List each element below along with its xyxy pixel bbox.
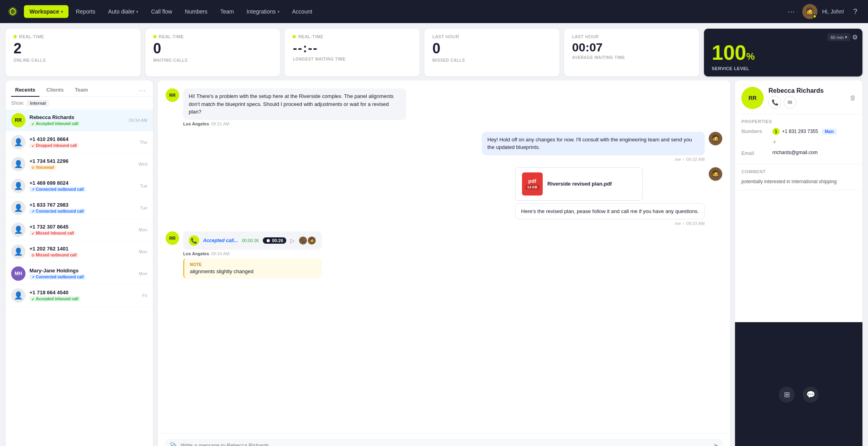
waiting-calls-label-top: Real-time bbox=[153, 34, 272, 39]
avatar: RR bbox=[166, 88, 179, 102]
more-options-button[interactable]: ⋯ bbox=[785, 5, 798, 18]
missed-calls-label-top: Last hour bbox=[432, 34, 551, 39]
service-level-pct: % bbox=[746, 51, 755, 62]
tab-clients[interactable]: Clients bbox=[43, 84, 68, 97]
contact-avatar: RR bbox=[741, 87, 764, 109]
list-item[interactable]: 👤 +1 833 767 2983 ↗ Connected outbound c… bbox=[6, 197, 153, 219]
center-panel: RR Hi! There's a problem with the setup … bbox=[158, 80, 730, 446]
call-type-badge: ↙ Dropped inbound call bbox=[29, 143, 79, 148]
contact-name: +1 734 541 2296 bbox=[29, 158, 135, 164]
message-row: 🧔 Hey! Hold off on any changes for now. … bbox=[166, 132, 722, 162]
add-number-button[interactable]: + bbox=[772, 138, 777, 147]
auto-dialer-chevron-icon: ▾ bbox=[136, 10, 138, 14]
participant-avatar: 📞 bbox=[299, 236, 307, 245]
avatar: RR bbox=[166, 231, 179, 245]
avatar: MH bbox=[11, 266, 25, 281]
contact-header: RR Rebecca Richards 📞 ✉ 🗑 bbox=[735, 80, 862, 114]
realtime-dot-2 bbox=[153, 35, 156, 38]
message-meta: me › 09:33 AM bbox=[515, 221, 705, 226]
numbers-count-badge: 1 bbox=[772, 128, 780, 135]
chat-input[interactable] bbox=[181, 442, 710, 446]
comment-section: COMMENT potentially interested in intern… bbox=[735, 164, 862, 190]
properties-title: PROPERTIES bbox=[741, 119, 856, 124]
note-text: alignments slightly changed bbox=[190, 268, 316, 274]
auto-dialer-nav-item[interactable]: Auto dialer ▾ bbox=[102, 5, 144, 18]
longest-waiting-value: --:-- bbox=[293, 41, 412, 55]
main-area: Recents Clients Team ⋯ Show: Internal RR… bbox=[0, 80, 868, 446]
call-participants: 📞 🧔 bbox=[299, 236, 316, 245]
call-type-badge: ↙ Accepted inbound call bbox=[29, 296, 80, 301]
avatar: 👤 bbox=[11, 288, 25, 303]
avg-waiting-label-top: Last hour bbox=[572, 34, 691, 39]
stats-bar: Real-time 2 ONLINE CALLS Real-time 0 WAI… bbox=[0, 23, 868, 80]
gear-icon[interactable]: ⚙ bbox=[852, 33, 858, 41]
message-row: 🧔 pdf 13 KB Riverside revised plan.pdf H… bbox=[166, 167, 722, 226]
tab-team[interactable]: Team bbox=[71, 84, 92, 97]
contact-name: +1 469 699 8024 bbox=[29, 180, 136, 186]
list-item[interactable]: RR Rebecca Richards ↙ Accepted inbound c… bbox=[6, 110, 153, 131]
team-nav-item[interactable]: Team bbox=[215, 5, 239, 18]
call-direction-icon: ↙ bbox=[31, 231, 35, 235]
email-property-row: Email rrichards@gmail.com bbox=[741, 150, 856, 156]
record-icon: ⏺ bbox=[266, 238, 270, 243]
workspace-chevron-icon: ▾ bbox=[61, 10, 63, 14]
call-flow-nav-item[interactable]: Call flow bbox=[145, 5, 178, 18]
integrations-nav-item[interactable]: Integrations ▾ bbox=[241, 5, 285, 18]
contact-time: Fri bbox=[142, 293, 147, 298]
chat-messages: RR Hi! There's a problem with the setup … bbox=[158, 80, 730, 433]
numbers-nav-item[interactable]: Numbers bbox=[179, 5, 213, 18]
waiting-calls-value: 0 bbox=[153, 41, 272, 57]
grid-view-button[interactable]: ⊞ bbox=[779, 387, 795, 403]
chat-input-row: 📎 ➤ bbox=[164, 438, 724, 446]
contact-actions: 📞 ✉ bbox=[768, 96, 824, 109]
email-contact-button[interactable]: ✉ bbox=[784, 96, 796, 109]
pdf-attachment[interactable]: pdf 13 KB Riverside revised plan.pdf bbox=[515, 167, 643, 201]
participant-avatar: 🧔 bbox=[307, 236, 316, 245]
longest-waiting-sublabel: LONGEST WAITING TIME bbox=[293, 57, 412, 61]
call-icon: 📞 bbox=[189, 235, 199, 246]
contact-name: +1 410 291 8664 bbox=[29, 136, 136, 142]
call-elapsed-time: 00:00:36 bbox=[242, 238, 259, 243]
contact-time: Thu bbox=[140, 140, 147, 145]
list-item[interactable]: 👤 +1 734 541 2296 ⊙ Voicemail Wed bbox=[6, 153, 153, 175]
workspace-nav-item[interactable]: Workspace ▾ bbox=[24, 5, 68, 18]
call-type-badge: ↗ Connected outbound call bbox=[29, 187, 86, 192]
account-nav-item[interactable]: Account bbox=[287, 5, 318, 18]
attach-button[interactable]: 📎 bbox=[170, 442, 178, 446]
left-more-options-icon[interactable]: ⋯ bbox=[137, 84, 147, 96]
online-status-dot bbox=[813, 14, 817, 18]
list-item[interactable]: 👤 +1 410 291 8664 ↙ Dropped inbound call… bbox=[6, 131, 153, 153]
call-direction-icon: ↙ bbox=[31, 122, 35, 126]
list-item[interactable]: MH Mary-Jane Holdings ↗ Connected outbou… bbox=[6, 263, 153, 285]
avatar: 👤 bbox=[11, 223, 25, 237]
user-avatar-wrap[interactable]: 🧔 bbox=[802, 4, 817, 19]
contact-name: +1 732 307 8645 bbox=[29, 224, 135, 230]
phone-number-value: +1 831 293 7355 bbox=[782, 129, 818, 134]
avatar: 🧔 bbox=[709, 167, 722, 181]
message-meta: Los Angeles 09:31 AM bbox=[183, 121, 406, 126]
internal-filter-tag[interactable]: Internal bbox=[27, 100, 49, 106]
help-button[interactable]: ? bbox=[849, 5, 862, 18]
reports-nav-item[interactable]: Reports bbox=[70, 5, 101, 18]
tab-recents[interactable]: Recents bbox=[11, 84, 39, 97]
send-button[interactable]: ➤ bbox=[713, 442, 718, 446]
call-direction-icon: ↗ bbox=[31, 209, 35, 213]
list-item[interactable]: 👤 +1 732 307 8645 ↙ Missed inbound call … bbox=[6, 219, 153, 241]
delete-contact-button[interactable]: 🗑 bbox=[850, 94, 856, 102]
online-calls-sublabel: ONLINE CALLS bbox=[14, 58, 133, 63]
chat-view-button[interactable]: 💬 bbox=[803, 387, 819, 403]
list-item[interactable]: 👤 +1 202 762 1401 ⊙ Missed outbound call… bbox=[6, 241, 153, 263]
list-item[interactable]: 👤 +1 718 664 4540 ↙ Accepted inbound cal… bbox=[6, 285, 153, 307]
note-label: NOTE bbox=[190, 262, 316, 267]
call-type-badge: ↗ Connected outbound call bbox=[29, 274, 86, 280]
message-meta: Los Angeles 09:34 AM bbox=[183, 251, 322, 256]
top-navigation: Workspace ▾ Reports Auto dialer ▾ Call f… bbox=[0, 0, 868, 23]
avatar: 👤 bbox=[11, 245, 25, 259]
contact-time: Tue bbox=[140, 205, 147, 210]
play-button[interactable]: ▷ bbox=[290, 237, 295, 244]
call-contact-button[interactable]: 📞 bbox=[768, 96, 781, 109]
list-item[interactable]: 👤 +1 469 699 8024 ↗ Connected outbound c… bbox=[6, 175, 153, 197]
message-row: RR 📞 Accepted call... 00:00:36 ⏺ 00:26 ▷… bbox=[166, 231, 722, 278]
realtime-dot-3 bbox=[293, 35, 296, 38]
service-level-dropdown[interactable]: 60 min ▾ bbox=[827, 33, 850, 41]
